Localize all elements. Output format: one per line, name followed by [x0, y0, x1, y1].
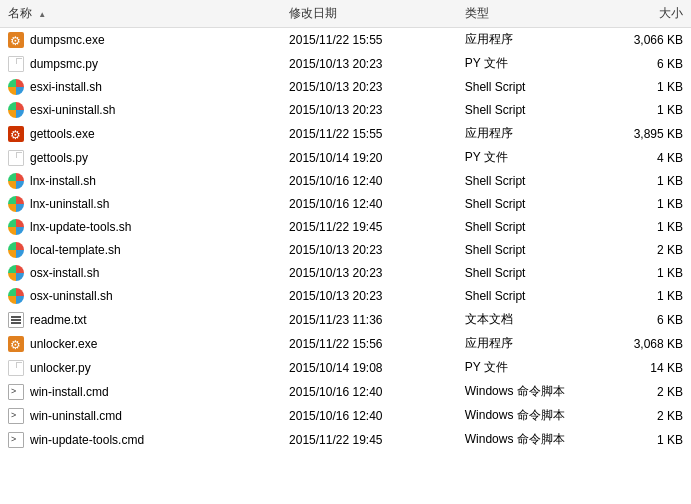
- file-name-cell: ⚙unlocker.exe: [0, 332, 281, 356]
- file-date: 2015/10/13 20:23: [281, 239, 457, 262]
- file-size: 3,066 KB: [597, 28, 691, 52]
- col-header-date[interactable]: 修改日期: [281, 0, 457, 28]
- sh-icon: [8, 288, 24, 304]
- file-name-label: win-uninstall.cmd: [30, 409, 122, 423]
- file-size: 1 KB: [597, 99, 691, 122]
- table-row[interactable]: ⚙unlocker.exe2015/11/22 15:56应用程序3,068 K…: [0, 332, 691, 356]
- exe-orange-icon: ⚙: [8, 32, 24, 48]
- file-size: 3,068 KB: [597, 332, 691, 356]
- file-date: 2015/10/14 19:08: [281, 356, 457, 380]
- file-name-cell: lnx-install.sh: [0, 170, 281, 193]
- txt-icon: [8, 312, 24, 328]
- file-name-cell: unlocker.py: [0, 356, 281, 380]
- cmd-icon: [8, 408, 24, 424]
- file-type: Shell Script: [457, 262, 598, 285]
- sh-icon: [8, 173, 24, 189]
- file-date: 2015/11/22 19:45: [281, 216, 457, 239]
- py-icon: [8, 56, 24, 72]
- svg-text:⚙: ⚙: [10, 34, 21, 48]
- file-type: Windows 命令脚本: [457, 428, 598, 452]
- table-row[interactable]: win-install.cmd2015/10/16 12:40Windows 命…: [0, 380, 691, 404]
- file-date: 2015/10/16 12:40: [281, 170, 457, 193]
- file-date: 2015/10/16 12:40: [281, 193, 457, 216]
- sh-icon: [8, 265, 24, 281]
- file-type: Shell Script: [457, 170, 598, 193]
- table-row[interactable]: win-update-tools.cmd2015/11/22 19:45Wind…: [0, 428, 691, 452]
- file-name-label: win-install.cmd: [30, 385, 109, 399]
- table-row[interactable]: lnx-install.sh2015/10/16 12:40Shell Scri…: [0, 170, 691, 193]
- file-date: 2015/10/14 19:20: [281, 146, 457, 170]
- file-type: 文本文档: [457, 308, 598, 332]
- file-date: 2015/11/22 19:45: [281, 428, 457, 452]
- table-row[interactable]: ⚙gettools.exe2015/11/22 15:55应用程序3,895 K…: [0, 122, 691, 146]
- file-name-cell: esxi-uninstall.sh: [0, 99, 281, 122]
- table-row[interactable]: ⚙dumpsmc.exe2015/11/22 15:55应用程序3,066 KB: [0, 28, 691, 52]
- file-name-cell: lnx-update-tools.sh: [0, 216, 281, 239]
- file-size: 3,895 KB: [597, 122, 691, 146]
- sh-icon: [8, 102, 24, 118]
- table-row[interactable]: osx-install.sh2015/10/13 20:23Shell Scri…: [0, 262, 691, 285]
- file-type: Shell Script: [457, 76, 598, 99]
- table-row[interactable]: esxi-uninstall.sh2015/10/13 20:23Shell S…: [0, 99, 691, 122]
- exe-red-icon: ⚙: [8, 126, 24, 142]
- sh-icon: [8, 79, 24, 95]
- table-row[interactable]: esxi-install.sh2015/10/13 20:23Shell Scr…: [0, 76, 691, 99]
- file-name-cell: readme.txt: [0, 308, 281, 332]
- file-name-label: local-template.sh: [30, 243, 121, 257]
- table-header: 名称 ▲ 修改日期 类型 大小: [0, 0, 691, 28]
- table-row[interactable]: gettools.py2015/10/14 19:20PY 文件4 KB: [0, 146, 691, 170]
- file-size: 1 KB: [597, 170, 691, 193]
- table-row[interactable]: lnx-update-tools.sh2015/11/22 19:45Shell…: [0, 216, 691, 239]
- file-size: 1 KB: [597, 76, 691, 99]
- file-name-label: readme.txt: [30, 313, 87, 327]
- file-type: PY 文件: [457, 146, 598, 170]
- file-name-cell: osx-install.sh: [0, 262, 281, 285]
- table-row[interactable]: dumpsmc.py2015/10/13 20:23PY 文件6 KB: [0, 52, 691, 76]
- file-size: 4 KB: [597, 146, 691, 170]
- file-name-cell: gettools.py: [0, 146, 281, 170]
- file-name-cell: dumpsmc.py: [0, 52, 281, 76]
- file-name-label: osx-install.sh: [30, 266, 99, 280]
- col-header-size[interactable]: 大小: [597, 0, 691, 28]
- table-row[interactable]: unlocker.py2015/10/14 19:08PY 文件14 KB: [0, 356, 691, 380]
- table-row[interactable]: local-template.sh2015/10/13 20:23Shell S…: [0, 239, 691, 262]
- file-size: 1 KB: [597, 428, 691, 452]
- file-size: 1 KB: [597, 285, 691, 308]
- file-name-cell: win-update-tools.cmd: [0, 428, 281, 452]
- table-row[interactable]: lnx-uninstall.sh2015/10/16 12:40Shell Sc…: [0, 193, 691, 216]
- svg-text:⚙: ⚙: [10, 338, 21, 352]
- sh-icon: [8, 219, 24, 235]
- file-name-label: unlocker.py: [30, 361, 91, 375]
- file-size: 1 KB: [597, 193, 691, 216]
- file-type: PY 文件: [457, 52, 598, 76]
- file-type: Shell Script: [457, 99, 598, 122]
- file-name-label: gettools.exe: [30, 127, 95, 141]
- table-row[interactable]: readme.txt2015/11/23 11:36文本文档6 KB: [0, 308, 691, 332]
- file-name-cell: local-template.sh: [0, 239, 281, 262]
- file-type: Shell Script: [457, 285, 598, 308]
- file-size: 1 KB: [597, 262, 691, 285]
- file-date: 2015/10/13 20:23: [281, 285, 457, 308]
- file-size: 1 KB: [597, 216, 691, 239]
- py-icon: [8, 360, 24, 376]
- svg-text:⚙: ⚙: [10, 128, 21, 142]
- file-type: 应用程序: [457, 122, 598, 146]
- file-size: 6 KB: [597, 308, 691, 332]
- file-type: 应用程序: [457, 332, 598, 356]
- file-date: 2015/10/13 20:23: [281, 99, 457, 122]
- table-row[interactable]: win-uninstall.cmd2015/10/16 12:40Windows…: [0, 404, 691, 428]
- file-explorer: 名称 ▲ 修改日期 类型 大小 ⚙dumpsmc.exe2015/11/22 1…: [0, 0, 691, 452]
- col-header-type[interactable]: 类型: [457, 0, 598, 28]
- file-name-label: dumpsmc.py: [30, 57, 98, 71]
- file-size: 2 KB: [597, 239, 691, 262]
- col-header-name[interactable]: 名称 ▲: [0, 0, 281, 28]
- cmd-icon: [8, 384, 24, 400]
- cmd-icon: [8, 432, 24, 448]
- file-date: 2015/11/22 15:55: [281, 122, 457, 146]
- exe-orange-icon: ⚙: [8, 336, 24, 352]
- file-name-cell: ⚙gettools.exe: [0, 122, 281, 146]
- file-type: Shell Script: [457, 239, 598, 262]
- file-name-label: gettools.py: [30, 151, 88, 165]
- table-row[interactable]: osx-uninstall.sh2015/10/13 20:23Shell Sc…: [0, 285, 691, 308]
- file-size: 2 KB: [597, 380, 691, 404]
